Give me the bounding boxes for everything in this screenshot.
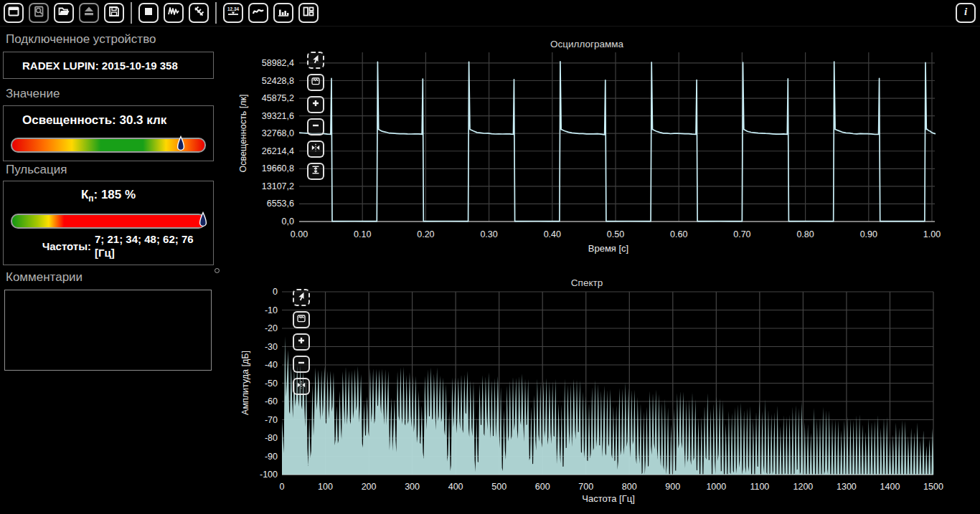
info-button[interactable]: i bbox=[956, 3, 976, 23]
tick-label: 0.10 bbox=[354, 229, 371, 239]
tick-label: 0.60 bbox=[670, 229, 687, 239]
tick-label: 39321,6 bbox=[262, 111, 294, 121]
frequencies-row: Частоты: 7; 21; 34; 48; 62; 76 [Гц] bbox=[4, 233, 207, 260]
pulsation-box: Кп: 185 % Частоты: 7; 21; 34; 48; 62; 76… bbox=[3, 181, 214, 265]
tick-label: 45875,2 bbox=[262, 93, 294, 103]
fit-horizontal-tool-button[interactable] bbox=[293, 378, 310, 395]
device-name: RADEX LUPIN: 2015-10-19 358 bbox=[4, 60, 178, 72]
layout-button[interactable] bbox=[298, 3, 319, 23]
waveform-icon bbox=[167, 5, 180, 21]
tick-label: 0.80 bbox=[796, 229, 814, 239]
chart-title: Осциллограмма bbox=[550, 39, 623, 49]
fit-vertical-tool-button[interactable] bbox=[307, 163, 324, 180]
comments-input[interactable] bbox=[4, 290, 212, 371]
autorange-tool-button[interactable] bbox=[293, 311, 310, 328]
tick-label: -60 bbox=[265, 396, 278, 406]
fit-vertical-icon bbox=[311, 165, 321, 178]
sweep-button[interactable] bbox=[189, 3, 209, 23]
autorange-icon bbox=[296, 313, 306, 326]
bars-view-icon bbox=[277, 5, 290, 21]
autorange-tool-button[interactable] bbox=[307, 74, 324, 91]
tick-label: 52428,8 bbox=[262, 76, 294, 86]
pulsation-marker-icon bbox=[199, 211, 207, 229]
pulsation-scale bbox=[11, 214, 206, 226]
preview-button[interactable] bbox=[29, 3, 49, 23]
window-button[interactable] bbox=[4, 3, 24, 23]
tick-label: 1100 bbox=[750, 482, 769, 492]
tick-label: 0.50 bbox=[607, 229, 624, 239]
panel-grip-dot[interactable] bbox=[215, 268, 220, 273]
bars-view-button[interactable] bbox=[273, 3, 293, 23]
fit-horizontal-icon bbox=[311, 143, 321, 156]
tick-label: 400 bbox=[448, 482, 463, 492]
oscillogram-chart: 58982,452428,845875,239321,632768,026214… bbox=[237, 32, 980, 260]
tick-label: 0.40 bbox=[544, 229, 561, 239]
pointer-icon bbox=[296, 291, 306, 304]
save-button[interactable] bbox=[104, 3, 124, 23]
frequencies-value: 7; 21; 34; 48; 62; 76 [Гц] bbox=[95, 233, 194, 260]
tick-label: -20 bbox=[265, 323, 278, 333]
tick-label: -30 bbox=[265, 342, 278, 352]
zoom-out-icon bbox=[311, 120, 321, 133]
tick-label: 600 bbox=[535, 482, 550, 492]
zoom-in-tool-button[interactable] bbox=[307, 96, 324, 113]
stop-button[interactable] bbox=[138, 3, 159, 23]
kp-value: Кп: 185 % bbox=[4, 188, 213, 204]
tick-label: 6553,6 bbox=[267, 199, 294, 209]
device-section-header: Подключенное устройство bbox=[6, 32, 156, 47]
tick-label: 13107,2 bbox=[262, 181, 294, 191]
tick-label: 58982,4 bbox=[262, 58, 294, 68]
tick-label: 900 bbox=[665, 482, 680, 492]
stop-icon bbox=[142, 5, 155, 21]
tick-label: 1300 bbox=[837, 482, 857, 492]
pointer-tool-button[interactable] bbox=[307, 52, 324, 69]
tick-label: -50 bbox=[265, 379, 278, 389]
tick-label: 1.00 bbox=[923, 229, 941, 239]
y-axis-label: Амплитуда [дБ] bbox=[240, 351, 250, 415]
pulsation-section-header: Пульсация bbox=[6, 163, 67, 177]
toolbar-separator bbox=[215, 2, 217, 24]
tick-label: 0.70 bbox=[733, 229, 750, 239]
tick-label: 700 bbox=[578, 482, 593, 492]
eject-button[interactable] bbox=[79, 3, 99, 23]
fit-horizontal-tool-button[interactable] bbox=[307, 141, 324, 158]
tick-label: 0 bbox=[280, 482, 285, 492]
measurement-button[interactable]: 12.34 bbox=[223, 3, 243, 23]
tick-label: 1500 bbox=[923, 482, 943, 492]
zoom-in-icon bbox=[311, 98, 321, 111]
tick-label: 26214,4 bbox=[262, 146, 294, 156]
zoom-out-tool-button[interactable] bbox=[307, 118, 324, 135]
tick-label: 1000 bbox=[706, 482, 726, 492]
tick-label: -70 bbox=[265, 415, 278, 425]
curve-view-button[interactable] bbox=[248, 3, 268, 23]
tick-label: 500 bbox=[491, 482, 507, 492]
tick-label: 300 bbox=[405, 482, 420, 492]
tick-label: 0.90 bbox=[860, 229, 877, 239]
tick-label: -40 bbox=[265, 360, 278, 370]
info-icon: i bbox=[959, 5, 972, 21]
tick-label: -100 bbox=[260, 470, 278, 480]
comments-section-header: Комментарии bbox=[6, 270, 83, 285]
tick-label: 0.00 bbox=[291, 229, 308, 239]
illuminance-value: Освещенность: 30.3 клк bbox=[22, 113, 166, 128]
spectrum-chart: 0-10-20-30-40-50-60-70-80-90-10001002003… bbox=[237, 274, 980, 514]
zoom-in-tool-button[interactable] bbox=[293, 333, 310, 351]
spectrum-area bbox=[282, 336, 933, 475]
main-toolbar: 12.34 bbox=[0, 0, 980, 27]
tick-label: 0.20 bbox=[417, 229, 434, 239]
zoom-out-tool-button[interactable] bbox=[293, 356, 310, 373]
autorange-icon bbox=[311, 76, 321, 89]
device-name-box: RADEX LUPIN: 2015-10-19 358 bbox=[3, 52, 214, 79]
pointer-tool-button[interactable] bbox=[293, 289, 310, 306]
toolbar-separator bbox=[131, 2, 132, 24]
waveform-button[interactable] bbox=[164, 3, 184, 23]
tick-label: 1400 bbox=[880, 482, 900, 492]
save-icon bbox=[108, 5, 121, 21]
measurement-icon: 12.34 bbox=[227, 5, 240, 21]
frequencies-label: Частоты: bbox=[4, 240, 95, 252]
open-folder-button[interactable] bbox=[54, 3, 74, 23]
x-axis-label: Частота [Гц] bbox=[582, 493, 635, 504]
x-axis-label: Время [с] bbox=[588, 243, 628, 254]
tick-label: 1200 bbox=[793, 482, 813, 492]
tick-label: 0,0 bbox=[282, 216, 294, 227]
